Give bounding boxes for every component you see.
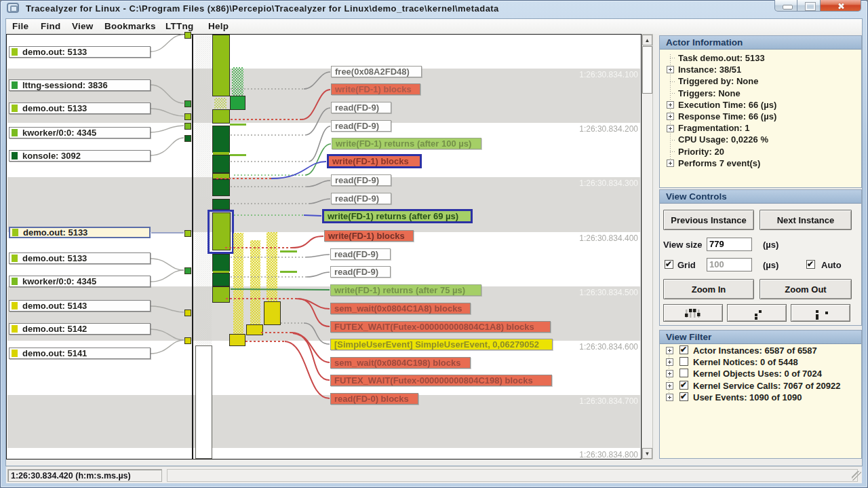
execution-block[interactable] (229, 334, 245, 346)
menu-help[interactable]: Help (208, 21, 229, 31)
event-label[interactable]: read(FD-9) (331, 120, 391, 132)
filter-checkbox[interactable] (679, 345, 688, 354)
title-bar[interactable]: Tracealyzer for Linux - C:\Program Files… (0, 0, 868, 18)
scroll-up-button[interactable]: ▲ (642, 35, 652, 45)
filter-item[interactable]: Actor Instances: 6587 of 6587 (693, 345, 817, 356)
instance-marker[interactable] (184, 337, 191, 344)
instance-marker[interactable] (184, 135, 191, 142)
actor-label[interactable]: demo.out: 5142 (9, 323, 151, 335)
instance-marker[interactable] (184, 230, 191, 237)
expand-icon[interactable] (667, 113, 674, 120)
menu-find[interactable]: Find (41, 21, 61, 31)
execution-block[interactable] (212, 35, 230, 96)
event-label[interactable]: FUTEX_WAIT(Futex-000000000804C1A8) block… (330, 321, 551, 333)
zoom-out-button[interactable]: Zoom Out (760, 279, 852, 299)
event-label-selected[interactable]: write(FD-1) returns (after 69 µs) (322, 209, 473, 223)
grid-size-input[interactable]: 100 (707, 258, 752, 271)
view-mode-button-1[interactable] (663, 304, 723, 322)
expand-icon[interactable] (666, 347, 673, 354)
menu-view[interactable]: View (72, 21, 94, 31)
filter-checkbox[interactable] (679, 381, 688, 390)
execution-block[interactable] (212, 286, 230, 303)
view-mode-button-2[interactable] (727, 304, 787, 322)
execution-block[interactable] (212, 273, 230, 286)
instance-marker[interactable] (184, 267, 191, 274)
execution-block[interactable] (246, 324, 263, 335)
menu-bookmarks[interactable]: Bookmarks (104, 21, 156, 31)
tree-item[interactable]: Execution Time: 66 (µs) (678, 100, 776, 110)
instance-marker[interactable] (184, 309, 191, 316)
execution-block[interactable] (230, 96, 245, 110)
event-label[interactable]: write(FD-1) returns (after 75 µs) (330, 284, 481, 296)
filter-checkbox[interactable] (679, 369, 688, 377)
execution-block[interactable] (212, 126, 230, 153)
filter-item[interactable]: Kernel Service Calls: 7067 of 20922 (693, 381, 841, 391)
close-button[interactable] (821, 0, 861, 12)
actor-label[interactable]: kworker/0:0: 4345 (9, 127, 151, 138)
execution-block-idle[interactable] (195, 345, 212, 459)
execution-block[interactable] (212, 173, 230, 179)
execution-block[interactable] (264, 301, 281, 325)
expand-icon[interactable] (667, 159, 674, 167)
next-instance-button[interactable]: Next Instance (760, 210, 852, 230)
tree-item[interactable]: Triggered by: None (678, 76, 758, 86)
event-label[interactable]: read(FD-9) (330, 266, 391, 278)
previous-instance-button[interactable]: Previous Instance (663, 210, 754, 230)
grid-checkbox[interactable] (665, 260, 673, 269)
expand-icon[interactable] (667, 101, 674, 109)
menu-lttng[interactable]: LTTng (165, 21, 193, 31)
actor-label[interactable]: demo.out: 5143 (9, 300, 151, 312)
event-label[interactable]: read(FD-9) (330, 248, 391, 260)
actor-label[interactable]: lttng-sessiond: 3836 (9, 79, 151, 91)
auto-checkbox[interactable] (806, 260, 815, 269)
event-label[interactable]: read(FD-9) (331, 193, 391, 204)
filter-item[interactable]: Kernel Notices: 0 of 5448 (693, 357, 798, 367)
expand-icon[interactable] (666, 394, 673, 401)
scrollbar-thumb[interactable] (642, 46, 652, 94)
event-label[interactable]: write(FD-1) returns (after 100 µs) (332, 138, 481, 149)
tree-item[interactable]: Response Time: 66 (µs) (678, 111, 776, 121)
view-size-input[interactable]: 779 (707, 238, 752, 251)
execution-block[interactable] (212, 109, 230, 124)
expand-icon[interactable] (666, 382, 673, 390)
event-label[interactable]: read(FD-9) (331, 102, 391, 113)
minimize-button[interactable] (774, 0, 797, 12)
execution-block[interactable] (212, 254, 230, 271)
actor-label[interactable]: kworker/0:0: 4345 (9, 276, 151, 287)
tree-item[interactable]: Priority: 20 (678, 147, 724, 157)
view-mode-button-3[interactable] (791, 304, 850, 322)
actor-label[interactable]: demo.out: 5133 (9, 102, 151, 114)
view-controls-header[interactable]: View Controls (660, 190, 861, 204)
tree-item[interactable]: Task demo.out: 5133 (678, 53, 765, 63)
instance-marker[interactable] (184, 113, 191, 120)
instance-marker[interactable] (184, 100, 191, 107)
event-label[interactable]: write(FD-1) blocks (324, 230, 414, 242)
tree-item[interactable]: Instance: 38/51 (678, 64, 741, 75)
event-label[interactable]: FUTEX_WAIT(Futex-000000000804C198) block… (330, 375, 552, 386)
tree-item[interactable]: CPU Usage: 0,0226 % (678, 134, 768, 145)
event-label[interactable]: sem_wait(0x0804C1A8) blocks (330, 303, 471, 314)
expand-icon[interactable] (666, 358, 673, 366)
view-filter-header[interactable]: View Filter (660, 331, 861, 344)
instance-marker[interactable] (184, 32, 191, 39)
event-label-selected[interactable]: write(FD-1) blocks (327, 154, 422, 168)
execution-block[interactable] (212, 179, 230, 196)
menu-file[interactable]: File (12, 21, 28, 31)
execution-block[interactable] (213, 271, 229, 273)
maximize-button[interactable] (797, 0, 821, 12)
event-label[interactable]: free(0x08A2FD48) (331, 66, 422, 77)
actor-label[interactable]: konsole: 3092 (9, 150, 151, 162)
resize-grip[interactable] (852, 471, 861, 481)
expand-icon[interactable] (667, 125, 674, 132)
scroll-down-button[interactable]: ▼ (642, 448, 652, 459)
expand-icon[interactable] (666, 370, 673, 377)
actor-label-selected[interactable]: demo.out: 5133 (9, 227, 151, 238)
filter-item[interactable]: User Events: 1090 of 1090 (693, 392, 802, 402)
tree-item[interactable]: Triggers: None (678, 88, 741, 98)
actor-label[interactable]: demo.out: 5133 (9, 252, 151, 264)
filter-item[interactable]: Kernel Objects Uses: 0 of 7024 (693, 369, 822, 379)
filter-checkbox[interactable] (679, 357, 688, 366)
instance-marker[interactable] (184, 123, 191, 130)
actor-information-header[interactable]: Actor Information (660, 36, 861, 50)
tree-item[interactable]: Performs 7 event(s) (678, 158, 760, 168)
